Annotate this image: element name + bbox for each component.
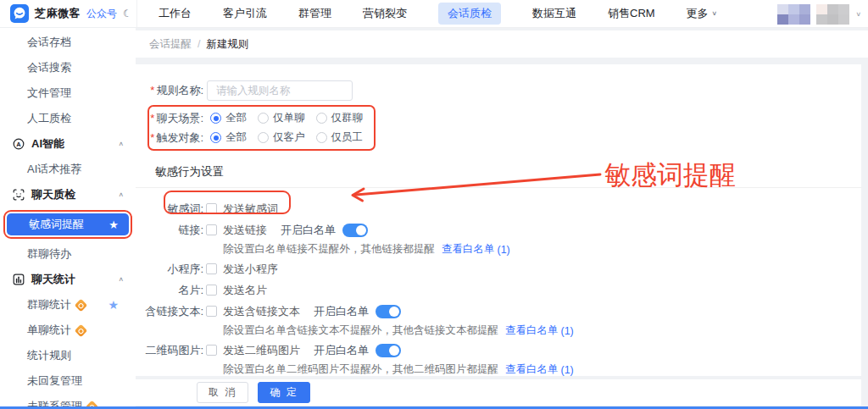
chat-scene-label: *聊天场景:	[149, 111, 203, 126]
sidebar-section-chat-qc[interactable]: 聊天质检 ∧	[0, 182, 136, 207]
link-text-whitelist-desc: 除设置白名单含链接文本不提醒外，其他含链接文本都提醒 查看白名单 (1)	[136, 322, 861, 340]
checkbox-label[interactable]: 发送敏感词	[223, 202, 278, 217]
collapse-icon[interactable]: ∧	[118, 276, 124, 283]
nav-item-conversation-qc[interactable]: 会话质检	[438, 3, 501, 25]
nav-item-customer-acquisition[interactable]: 客户引流	[223, 6, 267, 21]
trigger-target-radio-group: 全部 仅客户 仅员工	[210, 130, 363, 145]
nav-more-label: 更多	[687, 6, 709, 21]
user-account-area[interactable]: ∨	[777, 4, 861, 25]
checkbox-label[interactable]: 发送名片	[223, 283, 267, 298]
radio-selected-icon[interactable]	[210, 132, 221, 143]
send-link-checkbox[interactable]	[206, 224, 217, 235]
mini-program-row: 小程序: 发送小程序	[136, 258, 861, 279]
sidebar-section-ai[interactable]: A AI智能 ∧	[0, 131, 136, 157]
nav-item-group-management[interactable]: 群管理	[298, 6, 331, 21]
chat-scene-row: *聊天场景: 全部 仅单聊 仅群聊	[149, 108, 363, 128]
brand-name: 芝麻微客	[35, 6, 81, 21]
rule-name-row: *规则名称:	[136, 80, 861, 102]
sensitive-word-alert-highlight-box: 敏感词提醒 ★	[3, 210, 132, 239]
radio-selected-icon[interactable]	[210, 113, 221, 124]
behavior-label: 含链接文本:	[136, 304, 203, 319]
business-card-row: 名片: 发送名片	[136, 279, 861, 301]
section-divider	[136, 187, 861, 188]
view-whitelist-link[interactable]: 查看白名单	[505, 362, 559, 377]
radio-target-customer-only[interactable]: 仅客户	[258, 130, 305, 145]
ai-circle-icon: A	[13, 138, 25, 150]
whitelist-count[interactable]: (1)	[498, 244, 510, 256]
radio-icon[interactable]	[316, 132, 327, 143]
radio-scene-all[interactable]: 全部	[210, 111, 247, 125]
star-icon[interactable]: ★	[108, 218, 119, 231]
behavior-settings: 敏感词: 发送敏感词 链接: 发送链接 开启白名单 除设置白名单链接不提醒外，其…	[136, 198, 861, 379]
chevron-down-icon[interactable]: ∨	[855, 11, 861, 18]
breadcrumb-parent[interactable]: 会话提醒	[149, 37, 192, 52]
checkbox-label[interactable]: 发送链接	[223, 223, 267, 238]
star-icon[interactable]: ★	[108, 298, 119, 312]
send-qr-code-checkbox[interactable]	[206, 345, 217, 356]
main-nav: 工作台 客户引流 群管理 营销裂变 会话质检 数据互通 销售CRM 更多 ∨	[137, 3, 717, 25]
behavior-label: 小程序:	[136, 262, 203, 277]
brand-tag-official-account[interactable]: 公众号	[86, 7, 117, 21]
radio-icon[interactable]	[316, 113, 327, 124]
sidebar-item-single-chat-stats[interactable]: 单聊统计	[0, 318, 136, 343]
chevron-down-icon: ∨	[712, 10, 718, 17]
radio-scene-group-only[interactable]: 仅群聊	[316, 111, 364, 125]
sidebar-section-chat-statistics[interactable]: 聊天统计 ∧	[0, 267, 136, 292]
sidebar-item-file-management[interactable]: 文件管理	[0, 80, 136, 106]
qr-code-image-row: 二维码图片: 发送二维码图片 开启白名单	[136, 340, 861, 361]
sidebar-item-ai-script-recommend[interactable]: AI话术推荐	[0, 157, 136, 182]
cancel-button[interactable]: 取 消	[197, 382, 248, 403]
checkbox-label[interactable]: 发送含链接文本	[223, 304, 300, 319]
sidebar-item-group-chat-todo[interactable]: 群聊待办	[0, 241, 136, 267]
sidebar-item-stats-rules[interactable]: 统计规则	[0, 343, 136, 368]
sidebar-section-label: AI智能	[31, 136, 64, 152]
brand-area: 芝麻微客 公众号 ☾	[0, 0, 137, 27]
whitelist-count[interactable]: (1)	[561, 364, 574, 376]
collapse-icon[interactable]: ∧	[118, 191, 124, 198]
nav-item-sales-crm[interactable]: 销售CRM	[608, 6, 655, 21]
rule-name-input[interactable]	[207, 80, 353, 101]
nav-item-data-interchange[interactable]: 数据互通	[532, 6, 576, 21]
radio-target-employee-only[interactable]: 仅员工	[316, 130, 364, 145]
send-sensitive-word-checkbox[interactable]	[206, 203, 217, 214]
sidebar-item-unreplied-management[interactable]: 未回复管理	[0, 368, 136, 394]
send-business-card-checkbox[interactable]	[206, 285, 217, 296]
send-mini-program-checkbox[interactable]	[206, 263, 217, 274]
breadcrumb-separator: /	[198, 38, 200, 50]
whitelist-toggle-on[interactable]	[376, 344, 401, 357]
confirm-button[interactable]: 确 定	[258, 382, 309, 403]
sidebar-item-label: 群聊统计	[27, 297, 71, 312]
sidebar-item-conversation-search[interactable]: 会话搜索	[0, 55, 136, 80]
scan-face-icon	[13, 189, 25, 201]
radio-icon[interactable]	[258, 132, 269, 143]
app-logo-icon	[10, 4, 29, 23]
nav-item-more[interactable]: 更多 ∨	[687, 6, 718, 21]
avatar	[777, 4, 810, 25]
sidebar-item-label: 敏感词提醒	[29, 217, 84, 232]
radio-target-all[interactable]: 全部	[210, 130, 247, 145]
sidebar-item-conversation-archive[interactable]: 会话存档	[0, 30, 136, 55]
whitelist-toggle-on[interactable]	[376, 305, 401, 318]
collapse-icon[interactable]: ∧	[118, 141, 124, 147]
form-footer: 取 消 确 定	[136, 379, 861, 406]
checkbox-label[interactable]: 发送小程序	[223, 262, 278, 277]
new-rule-form-panel: *规则名称: *聊天场景: 全部 仅单聊 仅群聊 *触发对象: 全部 仅客户 仅…	[136, 64, 861, 376]
radio-icon[interactable]	[258, 113, 269, 124]
dark-mode-moon-icon[interactable]: ☾	[123, 8, 132, 19]
sidebar-item-manual-qc[interactable]: 人工质检	[0, 106, 136, 131]
sidebar-item-sensitive-word-alert[interactable]: 敏感词提醒 ★	[7, 213, 129, 235]
nav-item-workbench[interactable]: 工作台	[159, 6, 192, 21]
view-whitelist-link[interactable]: 查看白名单	[505, 323, 559, 338]
whitelist-toggle-on[interactable]	[342, 224, 368, 237]
radio-scene-single-only[interactable]: 仅单聊	[258, 111, 305, 125]
send-link-text-checkbox[interactable]	[206, 306, 217, 317]
vip-gem-icon	[75, 323, 88, 337]
vip-gem-icon	[75, 298, 88, 312]
nav-item-marketing-fission[interactable]: 营销裂变	[363, 6, 407, 21]
whitelist-count[interactable]: (1)	[561, 325, 574, 337]
behavior-label: 二维码图片:	[136, 343, 203, 358]
view-whitelist-link[interactable]: 查看白名单	[442, 242, 495, 257]
trigger-target-row: *触发对象: 全部 仅客户 仅员工	[149, 128, 363, 147]
checkbox-label[interactable]: 发送二维码图片	[223, 343, 300, 358]
sidebar-item-group-chat-stats[interactable]: 群聊统计 ★	[0, 292, 136, 318]
